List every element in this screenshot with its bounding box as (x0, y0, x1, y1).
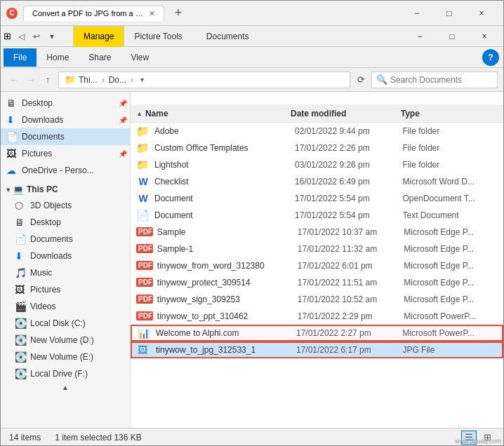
sidebar: 🖥 Desktop 📌 ⬇ Downloads 📌 📄 Documents 🖼 … (1, 92, 131, 428)
file-type-custom-office: File folder (403, 143, 498, 153)
sidebar-item-music[interactable]: 🎵 Music (1, 264, 130, 281)
documents2-icon: 📄 (15, 234, 27, 245)
selected-info: 1 item selected 136 KB (55, 433, 141, 442)
file-icon-tinywow-from-word: PDF (136, 261, 153, 270)
file-icon-tinywow-to-ppt: PDF (136, 311, 153, 320)
sidebar-label-pictures2: Pictures (30, 285, 60, 295)
ribbon-tab-home[interactable]: Home (37, 48, 79, 67)
file-row-welcome[interactable]: 📊 Welcome to Alphi.com 17/01/2022 2:27 p… (131, 325, 503, 342)
file-row-tinywow-to-jpg[interactable]: 🖼 tinywow_to_jpg_312533_1 17/01/2022 6:1… (131, 342, 503, 358)
ribbon-tab-share[interactable]: Share (79, 48, 121, 67)
explorer-minimize-button[interactable]: − (404, 26, 436, 47)
qa-dropdown-button[interactable]: ▾ (45, 29, 59, 43)
local-disk-c-icon: 💽 (15, 318, 27, 329)
file-row-checklist[interactable]: W Checklist 16/01/2022 6:49 pm Microsoft… (131, 173, 503, 190)
sidebar-item-onedrive[interactable]: ☁ OneDrive - Perso... (1, 162, 130, 179)
sidebar-item-documents2[interactable]: 📄 Documents (1, 231, 130, 248)
file-name-sample-1: Sample-1 (157, 244, 298, 254)
file-row-sample[interactable]: PDF Sample 17/01/2022 10:37 am Microsoft… (131, 224, 503, 241)
addr-path-do: Do... (109, 75, 126, 85)
browser-minimize-button[interactable]: − (401, 1, 433, 26)
file-type-sample-1: Microsoft Edge P... (404, 244, 498, 254)
explorer-body: 🖥 Desktop 📌 ⬇ Downloads 📌 📄 Documents 🖼 … (1, 92, 503, 428)
file-row-tinywow-protect[interactable]: PDF tinywow_protect_309514 17/01/2022 11… (131, 274, 503, 291)
qa-undo-button[interactable]: ↩ (29, 29, 44, 43)
file-type-adobe: File folder (403, 126, 498, 136)
quick-access-icon: ⊞ (4, 31, 11, 41)
ribbon-tab-file[interactable]: File (4, 48, 37, 67)
picture-tools-tab[interactable]: Picture Tools (124, 26, 192, 47)
file-row-lightshot[interactable]: 📁 Lightshot 03/01/2022 9:26 pm File fold… (131, 156, 503, 173)
file-date-document2: 17/01/2022 5:54 pm (295, 210, 403, 220)
sidebar-item-new-volume-d[interactable]: 💽 New Volume (D:) (1, 332, 130, 349)
addr-back-button[interactable]: ← (6, 72, 22, 88)
col-header-name[interactable]: ▲ Name (136, 109, 291, 119)
sidebar-item-pictures[interactable]: 🖼 Pictures 📌 (1, 145, 130, 162)
sidebar-item-3d-objects[interactable]: ⬡ 3D Objects (1, 197, 130, 214)
sidebar-item-videos[interactable]: 🎬 Videos (1, 298, 130, 315)
file-row-tinywow-to-ppt[interactable]: PDF tinywow_to_ppt_310462 17/01/2022 2:2… (131, 308, 503, 325)
file-row-adobe[interactable]: 📁 Adobe 02/01/2022 9:44 pm File folder (131, 123, 503, 140)
sidebar-item-desktop2[interactable]: 🖥 Desktop (1, 214, 130, 231)
browser-close-button[interactable]: × (465, 1, 498, 26)
search-box[interactable]: 🔍 (371, 72, 498, 88)
qa-back-button[interactable]: ◁ (14, 29, 28, 43)
search-input[interactable] (390, 75, 496, 85)
file-date-tinywow-to-ppt: 17/01/2022 2:29 pm (298, 311, 404, 321)
browser-tab-close[interactable]: ✕ (149, 9, 155, 18)
file-type-document1: OpenDocument T... (403, 194, 498, 203)
addr-dropdown-btn[interactable]: ▾ (140, 76, 144, 83)
file-row-tinywow-from-word[interactable]: PDF tinywow_from_word_312380 17/01/2022 … (131, 257, 503, 274)
explorer-maximize-button[interactable]: □ (436, 26, 468, 47)
file-row-custom-office[interactable]: 📁 Custom Office Templates 17/01/2022 2:2… (131, 140, 503, 156)
address-input-box[interactable]: 📁 Thi... › Do... › ▾ (58, 72, 350, 88)
file-row-tinywow-sign[interactable]: PDF tinywow_sign_309253 17/01/2022 10:52… (131, 291, 503, 308)
sidebar-item-documents[interactable]: 📄 Documents (1, 128, 130, 145)
desktop-icon: 🖥 (6, 97, 19, 109)
file-type-sample: Microsoft Edge P... (404, 227, 498, 237)
sidebar-item-new-volume-e[interactable]: 💽 New Volume (E:) (1, 349, 130, 365)
sidebar-label-music: Music (30, 268, 52, 278)
sidebar-label-videos: Videos (30, 302, 55, 311)
sidebar-item-local-disk-c[interactable]: 💽 Local Disk (C:) (1, 315, 130, 332)
file-name-document1: Document (154, 194, 295, 203)
sidebar-item-local-drive-f[interactable]: 💽 Local Drive (F:) (1, 365, 130, 382)
col-header-type[interactable]: Type (401, 109, 498, 119)
addr-sep-1: › (102, 75, 105, 85)
file-icon-lightshot: 📁 (136, 158, 150, 171)
sidebar-item-downloads[interactable]: ⬇ Downloads 📌 (1, 112, 130, 128)
file-name-tinywow-from-word: tinywow_from_word_312380 (157, 261, 298, 271)
sidebar-item-pictures2[interactable]: 🖼 Pictures (1, 281, 130, 298)
file-date-tinywow-to-jpg: 17/01/2022 6:17 pm (296, 345, 402, 355)
sidebar-label-downloads2: Downloads (30, 251, 72, 261)
file-type-tinywow-sign: Microsoft Edge P... (404, 295, 498, 304)
addr-icon: 📁 (65, 74, 76, 85)
file-row-document2[interactable]: 📄 Document 17/01/2022 5:54 pm Text Docum… (131, 207, 503, 224)
file-type-lightshot: File folder (403, 160, 498, 170)
addr-forward-button[interactable]: → (23, 72, 39, 88)
ribbon-help-button[interactable]: ? (482, 49, 499, 66)
sidebar-scroll-up[interactable]: ▲ (1, 382, 130, 393)
col-header-date[interactable]: Date modified (291, 109, 401, 119)
sidebar-section-this-pc[interactable]: ▾ 💻 This PC (1, 182, 130, 197)
ribbon-tab-view[interactable]: View (121, 48, 159, 67)
browser-maximize-button[interactable]: □ (433, 1, 465, 26)
sidebar-item-downloads2[interactable]: ⬇ Downloads (1, 248, 130, 264)
documents-icon: 📄 (6, 131, 19, 142)
addr-up-button[interactable]: ↑ (40, 72, 55, 88)
sidebar-label-pictures: Pictures (22, 149, 52, 158)
new-tab-button[interactable]: + (170, 5, 187, 22)
sidebar-label-local-drive-f: Local Drive (F:) (30, 369, 88, 379)
file-row-sample-1[interactable]: PDF Sample-1 17/01/2022 11:32 am Microso… (131, 241, 503, 257)
explorer-close-button[interactable]: × (468, 26, 500, 47)
addr-refresh-button[interactable]: ⟳ (353, 72, 369, 88)
browser-tab[interactable]: Convert a PDF to JPG from a Sm... ✕ (23, 6, 164, 21)
sidebar-item-desktop[interactable]: 🖥 Desktop 📌 (1, 95, 130, 112)
manage-tab[interactable]: Manage (73, 26, 124, 47)
sidebar-label-documents: Documents (22, 132, 65, 142)
file-type-tinywow-protect: Microsoft Edge P... (404, 278, 498, 288)
col-name-label: Name (145, 109, 168, 119)
onedrive-icon: ☁ (6, 165, 19, 176)
file-type-welcome: Microsoft PowerP... (402, 328, 496, 338)
file-row-document1[interactable]: W Document 17/01/2022 5:54 pm OpenDocume… (131, 190, 503, 207)
